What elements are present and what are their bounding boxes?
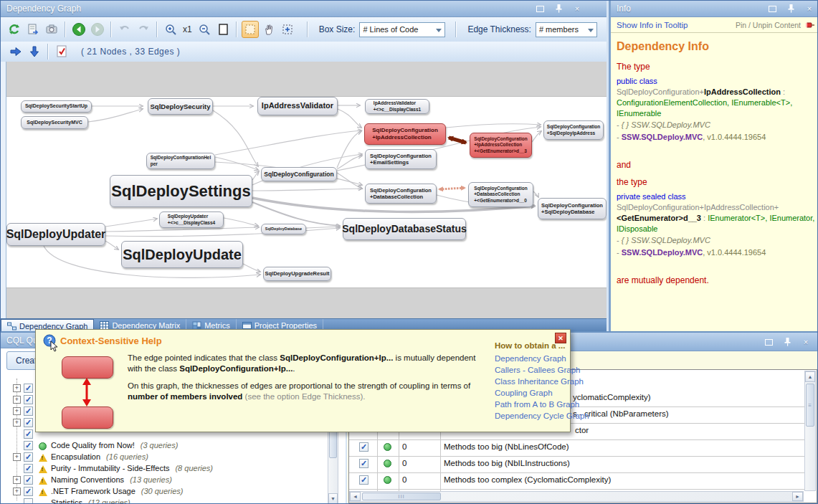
graph-node[interactable]: SqlDeployConfiguration +IpAddressCollect… bbox=[364, 123, 446, 145]
expand-plus-icon[interactable]: + bbox=[13, 488, 21, 495]
help-link[interactable]: Dependency Cycle Graph bbox=[495, 410, 566, 422]
expand-plus-icon[interactable]: + bbox=[13, 407, 21, 415]
query-group-row[interactable]: Statistics(12 queries) bbox=[1, 497, 328, 504]
pin-unpin-label[interactable]: Pin / Unpin Content bbox=[736, 21, 801, 29]
graph-node[interactable]: SqlDeployDatabaseStatus bbox=[343, 218, 466, 240]
graph-node[interactable]: SqlDeployConfiguration +DatabaseCollecti… bbox=[365, 184, 437, 204]
help-link[interactable]: Callers - Callees Graph bbox=[495, 364, 566, 376]
query-group-checkbox[interactable]: ✓ bbox=[24, 475, 33, 485]
graph-node[interactable]: SqlDeployUpdate bbox=[121, 241, 243, 268]
help-link[interactable]: Path from A to B Graph bbox=[495, 399, 566, 410]
graph-node[interactable]: IpAddressValidator +<>c__DisplayClass1 bbox=[365, 99, 429, 114]
scroll-up-icon[interactable]: ▲ bbox=[805, 371, 815, 382]
float-window-icon[interactable] bbox=[763, 337, 774, 347]
zoom-out-icon[interactable] bbox=[196, 21, 213, 38]
scrollbar-thumb[interactable]: III bbox=[362, 493, 441, 500]
export-graph-icon[interactable] bbox=[24, 21, 42, 38]
graph-node[interactable]: SqlDeploySecurity bbox=[148, 98, 213, 115]
query-group-checkbox[interactable]: ✓ bbox=[24, 406, 33, 416]
graph-canvas[interactable]: SqlDeploySecurityStartUpSqlDeploySecurit… bbox=[1, 62, 607, 318]
chevron-down-icon bbox=[588, 29, 594, 32]
zoom-in-icon[interactable] bbox=[162, 21, 179, 38]
query-group-row[interactable]: ✓Code Quality from Now!(3 queries) bbox=[1, 439, 328, 451]
graph-node[interactable]: SqlDeployConfiguration +DatabaseCollecti… bbox=[468, 182, 533, 207]
query-group-checkbox[interactable]: ✓ bbox=[24, 384, 33, 393]
help-link[interactable]: Class Inheritance Graph bbox=[495, 376, 566, 387]
query-group-row[interactable]: ✓Purity - Immutability - Side-Effects(8 … bbox=[1, 462, 328, 474]
query-group-checkbox[interactable]: ✓ bbox=[24, 452, 33, 462]
arrow-down-icon[interactable] bbox=[26, 43, 43, 60]
query-group-checkbox[interactable]: ✓ bbox=[24, 487, 33, 496]
validate-check-icon[interactable] bbox=[53, 43, 70, 60]
scroll-left-icon[interactable]: ◄ bbox=[350, 492, 361, 501]
graph-node[interactable]: SqlDeploySecurityMVC bbox=[21, 116, 88, 129]
zoom-region-icon[interactable] bbox=[279, 21, 296, 38]
red-pushpin-icon[interactable] bbox=[805, 20, 815, 30]
rules-vertical-scrollbar[interactable]: ▲ ≡ bbox=[804, 371, 816, 491]
float-window-icon[interactable] bbox=[534, 4, 546, 14]
redo-icon[interactable] bbox=[135, 21, 152, 38]
graph-node[interactable]: SqlDeploySecurityStartUp bbox=[21, 100, 92, 113]
help-link[interactable]: Coupling Graph bbox=[495, 387, 566, 399]
graph-node[interactable]: SqlDeployUpdater bbox=[6, 223, 105, 246]
graph-node[interactable]: SqlDeployDatabase bbox=[261, 224, 306, 234]
graph-node[interactable]: SqlDeployConfiguration +EmailSettings bbox=[365, 149, 437, 169]
expand-plus-icon[interactable]: + bbox=[13, 396, 21, 404]
pin-icon[interactable] bbox=[781, 337, 793, 347]
info-panel: Info × Show Info in Tooltip Pin / Unpin … bbox=[609, 1, 818, 331]
graph-node[interactable]: SqlDeploySettings bbox=[110, 175, 252, 207]
back-icon[interactable] bbox=[70, 21, 87, 38]
rule-checkbox[interactable]: ✓ bbox=[359, 442, 368, 452]
rule-row[interactable]: ✓0Methods too big (NbILInstructions) bbox=[349, 456, 804, 473]
expand-plus-icon[interactable]: + bbox=[13, 384, 21, 392]
graph-node[interactable]: SqlDeployUpgradeResult bbox=[263, 267, 331, 281]
scroll-down-icon[interactable]: ▼ bbox=[328, 493, 338, 504]
close-icon[interactable]: × bbox=[804, 4, 815, 14]
query-group-row[interactable]: +✓Naming Conventions(13 queries) bbox=[1, 474, 328, 485]
pan-hand-icon[interactable] bbox=[260, 21, 277, 38]
graph-node[interactable]: SqlDeployUpdater +<>c__DisplayClass4 bbox=[159, 211, 224, 228]
query-group-row[interactable]: +✓Encapsulation(16 queries) bbox=[1, 451, 328, 462]
query-group-checkbox[interactable]: ✓ bbox=[24, 429, 33, 439]
pin-icon[interactable] bbox=[785, 4, 796, 14]
expand-plus-icon[interactable]: + bbox=[13, 453, 21, 461]
graph-node[interactable]: IpAddressValidator bbox=[257, 97, 338, 115]
rule-row[interactable]: ✓0Methods too big (NbLinesOfCode) bbox=[349, 439, 804, 457]
close-icon[interactable]: × bbox=[800, 337, 812, 347]
undo-icon[interactable] bbox=[116, 21, 133, 38]
edge-thickness-dropdown[interactable]: # members bbox=[536, 22, 597, 37]
rule-checkbox[interactable]: ✓ bbox=[359, 459, 368, 468]
graph-node[interactable]: SqlDeployConfiguration +IpAddressCollect… bbox=[470, 133, 532, 158]
camera-icon[interactable] bbox=[43, 21, 60, 38]
scroll-right-icon[interactable]: ► bbox=[792, 492, 803, 501]
graph-node[interactable]: SqlDeployConfigurationHel per bbox=[146, 153, 215, 169]
show-info-tooltip-link[interactable]: Show Info in Tooltip bbox=[617, 21, 688, 29]
query-group-checkbox[interactable]: ✓ bbox=[24, 395, 33, 404]
query-group-checkbox[interactable]: ✓ bbox=[24, 464, 33, 473]
rule-checkbox[interactable]: ✓ bbox=[359, 475, 368, 485]
query-group-checkbox[interactable] bbox=[24, 498, 33, 504]
graph-node[interactable]: SqlDeployConfiguration +SqlDeployIpAddre… bbox=[543, 120, 604, 140]
scrollbar-thumb[interactable]: ≡ bbox=[806, 384, 814, 427]
marquee-select-icon[interactable] bbox=[242, 21, 259, 38]
refresh-icon[interactable] bbox=[6, 21, 23, 38]
graph-node[interactable]: SqlDeployConfiguration +SqlDeployDatabas… bbox=[538, 198, 607, 219]
rules-horizontal-scrollbar[interactable]: ◄ III ► bbox=[349, 491, 804, 502]
query-group-checkbox[interactable]: ✓ bbox=[24, 441, 33, 450]
forward-icon[interactable] bbox=[89, 21, 106, 38]
pin-icon[interactable] bbox=[553, 4, 564, 14]
help-link[interactable]: Dependency Graph bbox=[495, 353, 566, 364]
rule-row[interactable]: ✓0Methods too complex (CyclomaticComplex… bbox=[349, 472, 804, 490]
expand-plus-icon[interactable]: + bbox=[13, 419, 21, 427]
scrollbar-thumb[interactable] bbox=[329, 428, 337, 458]
query-group-checkbox[interactable]: ✓ bbox=[24, 418, 33, 427]
box-size-dropdown[interactable]: # Lines of Code bbox=[359, 22, 445, 37]
fit-page-icon[interactable] bbox=[214, 21, 232, 38]
graph-node[interactable]: SqlDeployConfiguration bbox=[261, 167, 337, 181]
info-statement: and bbox=[617, 160, 815, 170]
close-icon[interactable]: × bbox=[571, 4, 583, 14]
arrow-right-icon[interactable] bbox=[7, 43, 24, 60]
float-window-icon[interactable] bbox=[766, 4, 778, 14]
expand-plus-icon[interactable]: + bbox=[13, 476, 21, 484]
query-group-row[interactable]: +✓.NET Framework Usage(30 queries) bbox=[1, 485, 328, 497]
